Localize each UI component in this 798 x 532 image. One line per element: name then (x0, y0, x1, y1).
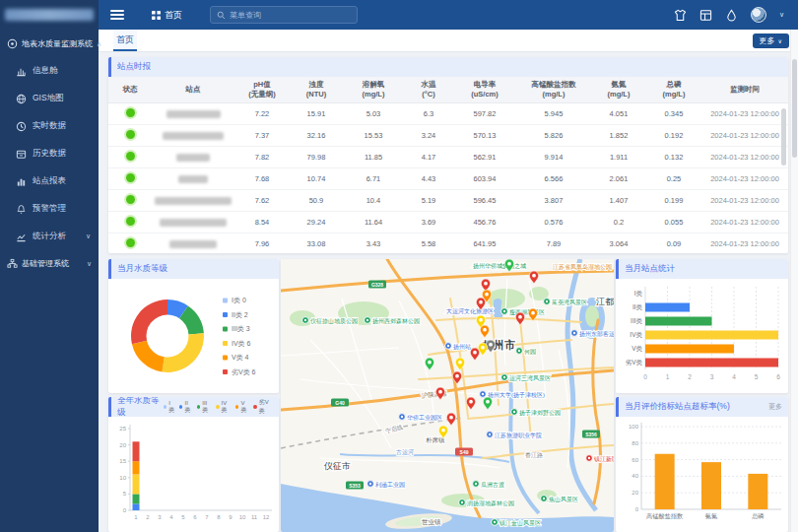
legend-label[interactable]: 劣V类 6 (232, 368, 256, 376)
legend-swatch (223, 327, 228, 332)
sidebar-item-0-0[interactable]: 信息舱 (0, 57, 99, 85)
measurement-value: 0.345 (646, 103, 701, 125)
column-header: 氨氮(mg/L) (591, 77, 646, 103)
measurement-value: 3.24 (404, 125, 453, 147)
panel-more-link[interactable]: 更多 (768, 402, 782, 412)
panel-title: 当月水质等级 (117, 263, 167, 275)
table-row[interactable]: 7.9633.083.435.58641.957.893.0640.092024… (108, 233, 788, 253)
svg-text:4: 4 (732, 373, 736, 380)
hbar-IV类[interactable] (645, 331, 778, 340)
map-poi[interactable]: 江苏旅游职业学院 (487, 432, 542, 439)
stack-seg-劣V类[interactable] (133, 441, 140, 461)
sidebar-item-0-6[interactable]: 统计分析∨ (0, 223, 99, 250)
column-header: 监测时间 (701, 77, 788, 103)
drop-icon[interactable] (725, 9, 738, 22)
more-button[interactable]: 更多∨ (753, 33, 789, 48)
legend-label[interactable]: V类 4 (232, 354, 249, 361)
sidebar-item-label: 预警管理 (33, 203, 66, 215)
panel-title: 全年水质等级 (117, 397, 164, 419)
exceed-bar-总磷[interactable] (748, 474, 767, 509)
sidebar-item-0-1[interactable]: GIS地图 (0, 85, 99, 112)
monitor-time: 2024-01-23 12:00:00 (701, 233, 788, 253)
map-poi[interactable]: 扬州西郊森林公园 (365, 317, 420, 325)
sidebar-group-1[interactable]: 基础管理系统∨ (0, 250, 99, 277)
theme-icon[interactable] (674, 9, 687, 22)
caret-down-icon[interactable]: ∨ (779, 11, 784, 19)
measurement-value: 15.91 (290, 103, 343, 125)
donut-slice-IV类[interactable] (162, 333, 204, 372)
svg-text:1: 1 (134, 514, 138, 520)
measurement-value: 0.09 (646, 233, 701, 253)
map-poi[interactable]: 润扬湿地森林公园 (459, 499, 514, 507)
legend-label[interactable]: IV类 6 (232, 340, 251, 347)
poi-label: 华侨工业园区 (407, 414, 442, 422)
legend-label[interactable]: II类 2 (232, 311, 248, 318)
table-row[interactable]: 7.3732.1615.533.24570.135.8261.8520.1922… (108, 125, 788, 147)
svg-text:3: 3 (710, 373, 714, 380)
chevron-up-icon: ∧ (97, 40, 101, 48)
stack-seg-V类[interactable] (133, 461, 140, 474)
column-header: 站点 (152, 77, 234, 103)
sidebar-item-0-2[interactable]: 实时数据 (0, 112, 99, 140)
map-poi[interactable]: 扬州站 (445, 343, 471, 351)
bar-category-label: 氨氮 (705, 512, 717, 519)
table-row[interactable]: 7.6250.910.45.19596.453.8071.4070.199202… (108, 190, 788, 212)
donut-slice-劣V类[interactable] (131, 299, 167, 344)
hbar-劣V类[interactable] (645, 359, 778, 367)
column-header: 水温(°C) (404, 77, 453, 103)
sidebar-group-0[interactable]: 地表水质量监测系统∧ (0, 31, 99, 57)
poi-label: 瓜洲古渡 (481, 481, 504, 489)
map-label: 江苏省凤凰岛湿地公园 (553, 263, 612, 271)
measurement-value: 10.4 (343, 190, 404, 212)
map-poi[interactable]: 扬子津郊野公园 (511, 409, 561, 417)
station-name-redacted (178, 175, 208, 183)
layout-icon[interactable] (699, 9, 712, 22)
legend-swatch (223, 369, 228, 374)
hbar-V类[interactable] (645, 345, 734, 354)
donut-slice-V类[interactable] (132, 341, 165, 372)
svg-text:11: 11 (251, 514, 258, 520)
sidebar-item-0-4[interactable]: 站点报表 (0, 167, 99, 195)
legend-label[interactable]: III类 3 (232, 325, 250, 332)
monthly-grade-donut-chart: I类 0II类 2III类 3IV类 6V类 4劣V类 6 (108, 279, 279, 393)
hbar-III类[interactable] (645, 317, 712, 326)
svg-text:40: 40 (632, 473, 638, 479)
exceed-bar-高锰酸盐指数[interactable] (655, 454, 675, 509)
status-dot-normal (126, 217, 135, 226)
map-poi[interactable]: 镇江新区产业园区 (586, 455, 614, 463)
sidebar-item-0-3[interactable]: 历史数据 (0, 140, 99, 167)
hbar-II类[interactable] (645, 303, 690, 312)
svg-text:10: 10 (239, 514, 246, 520)
measurement-value: 7.96 (234, 233, 290, 253)
search-input[interactable] (230, 11, 338, 20)
table-row[interactable]: 7.2215.915.036.3597.825.9454.0510.345202… (108, 103, 788, 125)
tab-home[interactable]: 首页 (113, 30, 137, 51)
measurement-value: 456.76 (453, 212, 516, 233)
table-row[interactable]: 7.6810.746.714.43603.946.5662.0610.25202… (108, 168, 788, 190)
exceed-bar-氨氮[interactable] (701, 462, 721, 509)
city-map[interactable]: G328G40S49S353S356 仪征捺山地质公园扬州西郊森林公园瘦西湖风景… (281, 259, 614, 532)
table-scrollbar[interactable] (781, 108, 786, 166)
legend-label[interactable]: I类 0 (232, 297, 246, 303)
map-poi[interactable]: 镇江金山风景区 (492, 519, 541, 526)
menu-search[interactable] (210, 6, 358, 24)
measurement-value: 562.91 (453, 147, 516, 168)
table-row[interactable]: 8.5429.2411.643.69456.760.5760.20.055202… (108, 212, 788, 233)
poi-label: 运河三湾风景区 (509, 374, 551, 382)
poi-label: 扬州东部客运枢纽 (579, 330, 614, 338)
menu-toggle-icon[interactable] (110, 10, 124, 20)
map-poi[interactable]: 瓜洲古渡 (473, 481, 504, 489)
map-poi[interactable]: 运河三湾风景区 (501, 374, 551, 382)
stack-seg-IV类[interactable] (133, 474, 140, 494)
sidebar-item-0-5[interactable]: 预警管理 (0, 195, 99, 223)
stack-seg-II类[interactable] (133, 503, 140, 510)
table-row[interactable]: 7.8279.9811.854.17562.919.9141.9110.1322… (108, 147, 788, 168)
stack-seg-III类[interactable] (133, 494, 140, 503)
sidebar-group-label: 基础管理系统 (22, 258, 69, 269)
page-scrollbar[interactable] (790, 30, 798, 532)
map-poi[interactable]: 仪征捺山地质公园 (302, 317, 358, 325)
city-label: 仪征市 (323, 461, 351, 471)
breadcrumb[interactable]: 首页 (152, 9, 182, 22)
avatar[interactable] (751, 7, 766, 23)
map-poi[interactable]: 何园 (516, 348, 536, 356)
